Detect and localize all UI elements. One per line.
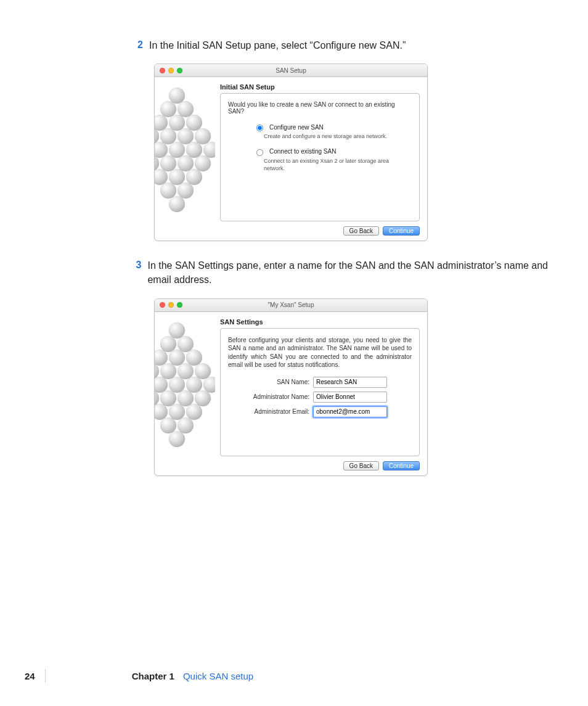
continue-button[interactable]: Continue (383, 226, 420, 236)
sidebar-art (155, 77, 215, 240)
svg-point-22 (160, 183, 176, 199)
svg-point-34 (195, 363, 211, 379)
admin-name-field[interactable] (313, 392, 387, 403)
radio-configure-new[interactable]: Configure new SAN (253, 122, 412, 132)
svg-point-2 (178, 101, 194, 117)
spheres-icon (155, 87, 215, 223)
svg-point-25 (169, 322, 185, 339)
svg-point-28 (155, 350, 168, 366)
svg-point-8 (178, 128, 194, 144)
svg-point-18 (195, 155, 211, 171)
svg-point-14 (203, 142, 215, 158)
svg-point-17 (178, 155, 194, 171)
page-footer: 24 Chapter 1 Quick SAN setup (25, 669, 253, 683)
pane-intro: Would you like to create a new SAN or co… (228, 101, 412, 115)
continue-button[interactable]: Continue (383, 461, 420, 470)
radio-connect-existing[interactable]: Connect to existing SAN (253, 147, 412, 157)
page-number: 24 (25, 671, 35, 681)
svg-point-21 (186, 169, 202, 185)
titlebar: SAN Setup (155, 64, 427, 77)
svg-point-12 (169, 142, 185, 158)
svg-point-37 (169, 377, 185, 393)
svg-point-43 (195, 390, 211, 406)
svg-point-30 (186, 350, 202, 366)
go-back-button[interactable]: Go Back (343, 226, 379, 236)
admin-email-field[interactable] (313, 406, 387, 417)
radio-connect-existing-input[interactable] (256, 149, 263, 156)
svg-point-49 (169, 431, 185, 447)
chapter-title: Quick SAN setup (183, 671, 253, 681)
san-name-field[interactable] (313, 377, 387, 388)
radio-configure-new-label: Configure new SAN (269, 124, 324, 131)
svg-point-45 (169, 404, 185, 420)
step-2-text: In the Initial SAN Setup pane, select “C… (149, 38, 406, 52)
svg-point-20 (169, 169, 185, 185)
svg-point-48 (178, 417, 194, 433)
pane-intro: Before configuring your clients and stor… (228, 336, 412, 369)
admin-email-label: Administrator Email: (242, 408, 309, 415)
svg-point-16 (160, 155, 176, 171)
svg-point-13 (186, 142, 202, 158)
radio-configure-new-input[interactable] (256, 125, 263, 131)
pane-heading: SAN Settings (220, 318, 420, 326)
svg-point-27 (178, 336, 194, 352)
svg-point-44 (155, 404, 168, 420)
radio-connect-existing-label: Connect to existing SAN (269, 148, 336, 155)
san-settings-window: "My Xsan" Setup (154, 298, 428, 476)
chapter-label: Chapter 1 (132, 671, 174, 681)
san-setup-window: SAN Setup (154, 64, 428, 241)
sidebar-art (155, 312, 215, 475)
svg-point-47 (160, 417, 176, 433)
svg-point-3 (155, 115, 168, 131)
svg-point-19 (155, 169, 168, 185)
svg-point-36 (155, 377, 168, 393)
svg-point-0 (169, 88, 185, 104)
pane-heading: Initial SAN Setup (220, 83, 420, 91)
svg-point-1 (160, 101, 176, 117)
admin-name-label: Administrator Name: (242, 393, 309, 400)
svg-point-5 (186, 115, 202, 131)
svg-point-9 (195, 128, 211, 144)
svg-point-32 (160, 363, 176, 379)
radio-connect-existing-desc: Connect to an existing Xsan 2 or later s… (264, 158, 393, 172)
svg-point-38 (186, 377, 202, 393)
svg-point-41 (160, 390, 176, 406)
window-title: "My Xsan" Setup (155, 302, 427, 308)
step-3-text: In the SAN Settings pane, enter a name f… (147, 258, 549, 287)
svg-point-42 (178, 390, 194, 406)
san-name-label: SAN Name: (242, 379, 309, 385)
svg-point-11 (155, 142, 168, 158)
svg-point-7 (160, 128, 176, 144)
svg-point-24 (169, 196, 185, 212)
svg-point-46 (186, 404, 202, 420)
radio-configure-new-desc: Create and configure a new storage area … (264, 133, 393, 141)
svg-point-4 (169, 115, 185, 131)
svg-point-33 (178, 363, 194, 379)
titlebar: "My Xsan" Setup (155, 299, 427, 312)
step-2-number: 2 (132, 38, 143, 52)
window-title: SAN Setup (155, 67, 427, 74)
svg-point-39 (203, 377, 215, 393)
svg-point-23 (178, 183, 194, 199)
divider (45, 669, 46, 683)
svg-point-29 (169, 350, 185, 366)
spheres-icon (155, 322, 215, 458)
svg-point-26 (160, 336, 176, 352)
go-back-button[interactable]: Go Back (343, 461, 379, 470)
step-3-number: 3 (132, 258, 141, 272)
